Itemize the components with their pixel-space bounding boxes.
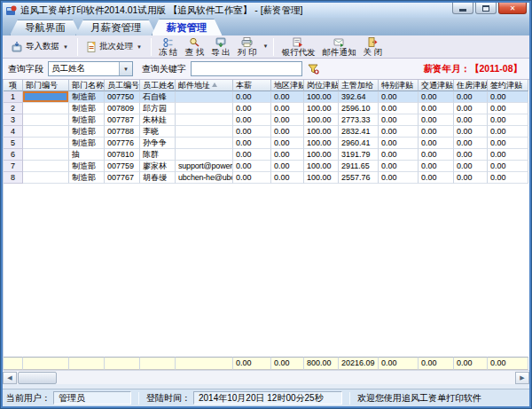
header-cell-10[interactable]: 特别津贴 — [379, 80, 419, 91]
cell-idx[interactable]: 1 — [4, 91, 23, 103]
cell-value[interactable]: 0.00 — [488, 103, 528, 114]
cell-value[interactable]: 0.00 — [379, 172, 419, 184]
export-button[interactable]: 导 出 — [207, 35, 234, 58]
cell-name[interactable]: 邱方园 — [140, 103, 176, 114]
header-cell-4[interactable]: 员工姓名 — [140, 80, 176, 91]
cell-idx[interactable]: 8 — [4, 172, 23, 184]
cell-value[interactable]: 100.00 — [304, 114, 339, 126]
header-cell-1[interactable]: 部门编号 — [23, 80, 69, 91]
cell-value[interactable]: 2960.41 — [339, 138, 379, 149]
cell-email[interactable] — [176, 126, 233, 138]
table-row[interactable]: 8制造部007767胡春缦ubchen-he@ubos.cn0.000.0010… — [4, 172, 529, 184]
cell-value[interactable]: 3191.79 — [339, 149, 379, 161]
tab-salary-management[interactable]: 薪资管理 — [152, 19, 223, 35]
cell-value[interactable]: 100.00 — [304, 161, 339, 172]
find-button[interactable]: 查 找 — [182, 35, 208, 58]
cell-value[interactable]: 2557.76 — [339, 172, 379, 184]
cell-value[interactable]: 0.00 — [379, 91, 419, 103]
cell-dept_no[interactable] — [23, 103, 69, 114]
cell-email[interactable] — [176, 149, 233, 161]
header-cell-6[interactable]: 本薪 — [233, 80, 271, 91]
cell-dept[interactable]: 制造部 — [69, 126, 105, 138]
cell-value[interactable]: 0.00 — [419, 161, 454, 172]
cell-value[interactable]: 0.00 — [419, 138, 454, 149]
cell-value[interactable]: 100.00 — [304, 138, 339, 149]
cell-emp_no[interactable]: 007809 — [105, 103, 140, 114]
table-row[interactable]: 3制造部007787朱林娃0.000.00100.002773.330.000.… — [4, 114, 529, 126]
cell-dept[interactable]: 制造部 — [69, 114, 105, 126]
cell-dept_no[interactable] — [23, 172, 69, 184]
cell-name[interactable]: 朱林娃 — [140, 114, 176, 126]
scroll-right-button[interactable]: ▶ — [515, 372, 529, 384]
table-row[interactable]: 5制造部007776孙争争0.000.00100.002960.410.000.… — [4, 138, 529, 149]
cell-value[interactable]: 0.00 — [454, 161, 488, 172]
cell-value[interactable]: 0.00 — [419, 91, 454, 103]
header-cell-3[interactable]: 员工编号 — [105, 80, 140, 91]
cell-email[interactable] — [176, 114, 233, 126]
cell-value[interactable]: 2773.33 — [339, 114, 379, 126]
cell-value[interactable]: 0.00 — [488, 172, 528, 184]
cell-idx[interactable]: 7 — [4, 161, 23, 172]
cell-value[interactable]: 0.00 — [379, 114, 419, 126]
header-cell-12[interactable]: 住房津贴 — [454, 80, 488, 91]
close-button[interactable]: ✕ — [498, 3, 527, 14]
cell-value[interactable]: 0.00 — [488, 149, 528, 161]
cell-value[interactable]: 0.00 — [488, 91, 528, 103]
cell-dept_no[interactable] — [23, 114, 69, 126]
cell-value[interactable]: 2911.65 — [339, 161, 379, 172]
cell-value[interactable]: 0.00 — [271, 91, 304, 103]
cell-value[interactable]: 0.00 — [271, 161, 304, 172]
cell-email[interactable]: support@poweroffice — [176, 161, 233, 172]
header-cell-7[interactable]: 地区津贴 — [271, 80, 304, 91]
cell-emp_no[interactable]: 007787 — [105, 114, 140, 126]
cell-dept_no[interactable] — [23, 138, 69, 149]
tab-navigation[interactable]: 导航界面 — [10, 20, 81, 35]
cell-value[interactable]: 0.00 — [233, 91, 271, 103]
cell-value[interactable]: 0.00 — [271, 103, 304, 114]
cell-name[interactable]: 李晓 — [140, 126, 176, 138]
cell-email[interactable] — [176, 103, 233, 114]
cell-value[interactable]: 392.64 — [339, 91, 379, 103]
cell-value[interactable]: 0.00 — [488, 126, 528, 138]
cell-name[interactable]: 陈群 — [140, 149, 176, 161]
header-cell-5[interactable]: 邮件地址 — [176, 80, 233, 91]
cell-dept[interactable]: 制造部 — [69, 172, 105, 184]
cell-value[interactable]: 0.00 — [488, 138, 528, 149]
table-row[interactable]: 6抽007810陈群0.000.00100.003191.790.000.000… — [4, 149, 529, 161]
cell-value[interactable]: 0.00 — [454, 126, 488, 138]
print-options-button[interactable]: ▼ — [260, 35, 270, 58]
cell-value[interactable]: 2596.10 — [339, 103, 379, 114]
cell-value[interactable]: 100.00 — [304, 126, 339, 138]
cell-name[interactable]: 胡春缦 — [140, 172, 176, 184]
tab-monthly-salary[interactable]: 月薪资管理 — [75, 20, 157, 35]
horizontal-scrollbar[interactable]: ◀ ▶ — [3, 370, 529, 384]
cell-value[interactable]: 0.00 — [419, 126, 454, 138]
cell-value[interactable]: 0.00 — [271, 126, 304, 138]
cell-value[interactable]: 0.00 — [271, 138, 304, 149]
cell-value[interactable]: 0.00 — [454, 114, 488, 126]
cell-value[interactable]: 0.00 — [379, 161, 419, 172]
cell-value[interactable]: 0.00 — [379, 138, 419, 149]
cell-value[interactable]: 0.00 — [454, 138, 488, 149]
cell-emp_no[interactable]: 007788 — [105, 126, 140, 138]
query-keyword-input[interactable] — [191, 61, 302, 76]
cell-dept_no[interactable] — [23, 126, 69, 138]
bank-payment-button[interactable]: 银行代发 — [278, 35, 318, 58]
cell-dept_no[interactable] — [23, 91, 69, 103]
cell-value[interactable]: 0.00 — [419, 103, 454, 114]
cell-dept[interactable]: 制造部 — [69, 91, 105, 103]
cell-dept[interactable]: 制造部 — [69, 138, 105, 149]
cell-value[interactable]: 0.00 — [488, 114, 528, 126]
cell-name[interactable]: 廖家林 — [140, 161, 176, 172]
cell-name[interactable]: 孙争争 — [140, 138, 176, 149]
batch-process-button[interactable]: 批次处理▼ — [82, 37, 147, 57]
cell-value[interactable]: 100.00 — [304, 172, 339, 184]
table-row[interactable]: 2制造部007809邱方园0.000.00100.002596.100.000.… — [4, 103, 529, 114]
cell-value[interactable]: 0.00 — [233, 114, 271, 126]
import-data-button[interactable]: 导入数据▼ — [6, 37, 74, 57]
cell-email[interactable] — [176, 91, 233, 103]
cell-email[interactable] — [176, 138, 233, 149]
cell-value[interactable]: 0.00 — [454, 149, 488, 161]
cell-idx[interactable]: 6 — [4, 149, 23, 161]
filter-search-icon[interactable] — [308, 64, 319, 75]
